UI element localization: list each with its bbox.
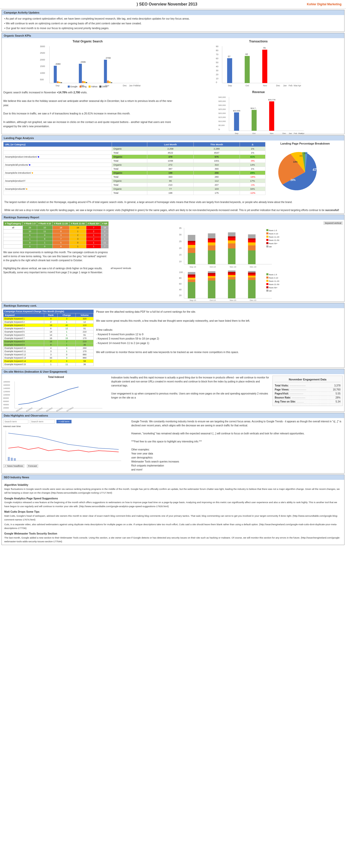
trends-text-4: Other examples: — [131, 448, 343, 452]
label-bounce-rate: Bounce Rate: — [275, 396, 291, 399]
svg-text:2500: 2500 — [40, 52, 45, 54]
trend-line-blue — [8, 433, 119, 450]
svg-text:$33,776: $33,776 — [268, 99, 275, 101]
data-highlights-section: Data Highlights and Observations + Add t… — [1, 413, 345, 473]
svg-rect-46 — [262, 50, 267, 83]
svg-rect-20 — [109, 81, 111, 83]
news-item-3: Matt Cutts Drops Some Tips Matt Cutts, G… — [4, 510, 342, 530]
svg-text:2000: 2000 — [40, 59, 45, 61]
logo: Kohler Digital Marketing — [307, 2, 344, 6]
campaign-section: Campaign Activity Updates • As part of o… — [1, 10, 345, 32]
svg-rect-10 — [59, 82, 60, 83]
svg-rect-101 — [208, 234, 216, 238]
svg-text:Rank 21-50: Rank 21-50 — [269, 239, 280, 241]
last-cell: 198 — [147, 171, 193, 175]
svg-text:Dec: Dec — [123, 84, 127, 87]
url-cell: /example/all-products/ ■ — [3, 163, 112, 167]
svg-rect-69 — [251, 110, 256, 131]
rankings-right-4: We will continue to monitor these terms … — [96, 350, 343, 354]
svg-text:$20,000: $20,000 — [218, 112, 226, 115]
delta-cell: 17% — [240, 179, 265, 183]
charts-row: Total Organic Search 3000 2500 2000 1500… — [3, 40, 343, 89]
url-cell — [3, 175, 112, 179]
url-cell: /example/ie-introduction/ ■ — [3, 171, 112, 175]
svg-text:50: 50 — [216, 61, 218, 64]
landing-header: Landing Page Analysis — [2, 135, 344, 141]
url-cell — [3, 183, 112, 187]
svg-rect-11 — [60, 82, 62, 83]
pie-label-24: 24% — [290, 179, 295, 181]
svg-text:Rank 21-50: Rank 21-50 — [269, 283, 280, 285]
rank-row-6: 0 0 8 1 1 7 — [3, 245, 108, 248]
rank-row-all: all 26 10 18 16 7 18 — [3, 226, 108, 229]
rankings-section: Rankings Summary Report # Tag/Category #… — [1, 215, 345, 302]
svg-rect-108 — [228, 232, 235, 237]
svg-text:Oct-13: Oct-13 — [210, 299, 216, 301]
rankings-text: We saw some nice improvements in ranking… — [3, 250, 108, 275]
svg-rect-136 — [188, 282, 195, 298]
svg-rect-100 — [208, 238, 216, 240]
add-term-button[interactable]: + Add term — [57, 420, 71, 423]
keyword-row-14: Example Keyword 14 2 9 58 — [3, 360, 94, 363]
svg-text:Rank 1-5: Rank 1-5 — [269, 274, 277, 276]
trend-line-red — [8, 447, 119, 452]
svg-rect-172 — [266, 286, 269, 288]
this-cell: 2,289 — [193, 147, 240, 151]
svg-rect-96 — [208, 250, 216, 264]
type-cell: Total — [112, 151, 147, 155]
svg-rect-71 — [269, 101, 274, 131]
col-delta: Δ — [240, 142, 265, 147]
svg-text:6/3/2013: 6/3/2013 — [26, 407, 33, 412]
example-2: user demographics — [131, 456, 343, 460]
url-cell — [3, 159, 112, 163]
rankings-content: # Tag/Category # Rank 1-3 # Rank 4-10 # … — [2, 220, 344, 302]
rank-row-3: 6 0 3 2 1 0 — [3, 234, 108, 237]
news-item-text-3b: Cuts, in a separate video, also advised … — [4, 523, 342, 530]
forecast-button[interactable]: Forecast — [27, 464, 38, 468]
value-pages-visit: 5.55 — [336, 392, 341, 395]
svg-text:$5,000: $5,000 — [218, 124, 225, 126]
campaign-bullet-2: • We will continue to work on optimizing… — [4, 21, 342, 26]
svg-text:Rank 11-20: Rank 11-20 — [269, 236, 280, 238]
campaign-bullet-1: • As part of our ongoing content optimiz… — [4, 17, 342, 21]
this-cell: 175 — [193, 191, 240, 195]
transactions-bar-chart-svg: 90 80 70 60 50 40 30 20 10 0 — [184, 44, 336, 84]
value-avg-time: 5.34 — [336, 400, 341, 403]
last-cell: 77 — [147, 187, 193, 191]
transactions-chart: Transactions 90 80 70 60 50 40 30 20 10 … — [174, 40, 343, 89]
interest-label: Interest over time — [3, 425, 129, 428]
table-row: /example/ie-introduction/ ■ Organic 198 … — [3, 171, 265, 175]
svg-text:10: 10 — [216, 77, 218, 80]
label-page-views: Page Views: — [275, 388, 289, 391]
svg-text:57: 57 — [228, 55, 230, 58]
news-headlines-toggle[interactable]: ✓ News headlines — [3, 464, 24, 468]
svg-rect-21 — [111, 82, 112, 83]
svg-text:7/1/2013: 7/1/2013 — [36, 407, 43, 412]
svg-text:500: 500 — [40, 78, 44, 81]
table-row: Total 210 207 -1% — [3, 183, 265, 187]
this-cell: 310 — [193, 163, 240, 167]
svg-rect-164 — [266, 273, 269, 275]
landing-text-2: While we did see a drop in total visits … — [4, 208, 342, 212]
keyword-row-2: Example Keyword 2 2 1 12 — [3, 320, 94, 324]
delta-cell: -12% — [240, 191, 265, 195]
search-input[interactable] — [3, 420, 28, 424]
last-cell: 96 — [147, 179, 193, 183]
search-term-2[interactable] — [30, 420, 55, 424]
delta-cell: 1% — [240, 167, 265, 171]
svg-rect-166 — [266, 277, 269, 279]
dots-4: ---------------- — [292, 396, 335, 399]
rankings-right-3: A few callouts: — [96, 328, 343, 332]
dots-1: ------------------- — [290, 384, 333, 387]
news-content: Algorithm Volatility Major fluctuations … — [2, 480, 344, 545]
page-title: ) SEO Overview November 2013 — [137, 2, 197, 6]
svg-text:NR: NR — [269, 246, 272, 248]
type-cell: Total — [112, 159, 147, 163]
svg-text:Apr: Apr — [297, 84, 301, 87]
last-cell: 198 — [147, 191, 193, 195]
svg-rect-99 — [208, 240, 216, 242]
type-cell: Total — [112, 183, 147, 187]
svg-text:Jan: Jan — [288, 132, 292, 134]
table-row: /example/product7/ Organic 96 112 17% — [3, 179, 265, 183]
svg-text:180000: 180000 — [3, 381, 10, 383]
